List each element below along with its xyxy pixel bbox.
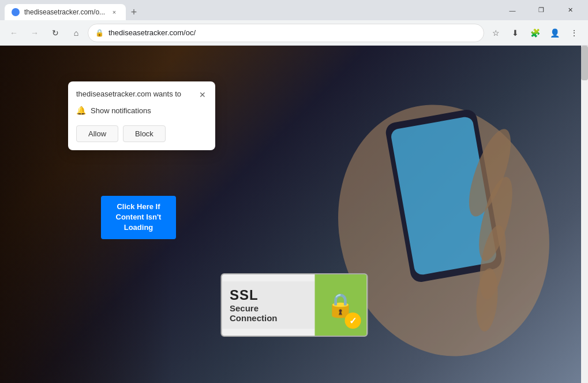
checkmark-icon: ✓: [344, 313, 361, 329]
popup-title: thediseasetracker.com wants to: [76, 90, 181, 98]
tab-favicon: [12, 8, 20, 16]
restore-button[interactable]: ❐: [528, 0, 555, 20]
home-button[interactable]: ⌂: [67, 24, 85, 42]
click-btn-line1: Click Here If: [117, 202, 160, 211]
click-btn-line3: Loading: [124, 223, 153, 232]
address-input[interactable]: [108, 28, 477, 37]
lock-icon: 🔒: [95, 29, 104, 37]
page-content: Click Here If Content Isn't Loading SSL …: [0, 46, 588, 383]
minimize-button[interactable]: —: [499, 0, 526, 20]
window-controls: — ❐ ✕: [499, 0, 583, 20]
ssl-icon-area: 🔒 ✓: [314, 274, 366, 336]
reload-button[interactable]: ↻: [46, 24, 65, 42]
bookmark-button[interactable]: ☆: [486, 24, 505, 42]
allow-button[interactable]: Allow: [76, 125, 118, 142]
new-tab-button[interactable]: +: [126, 4, 142, 20]
ssl-subtitle: Secure: [230, 303, 306, 313]
scrollbar-thumb[interactable]: [581, 46, 588, 80]
tab-title: thediseasetracker.com/o...: [24, 8, 105, 16]
tab-bar: thediseasetracker.com/o... × +: [5, 0, 491, 20]
click-here-button[interactable]: Click Here If Content Isn't Loading: [101, 196, 176, 239]
ssl-connection: Connection: [230, 313, 306, 323]
toolbar: ← → ↻ ⌂ 🔒 ☆ ⬇ 🧩 👤 ⋮: [0, 20, 588, 46]
popup-actions: Allow Block: [68, 121, 215, 150]
popup-body-text: Show notifications: [91, 106, 151, 115]
popup-close-button[interactable]: ✕: [198, 90, 207, 100]
notification-popup: thediseasetracker.com wants to ✕ 🔔 Show …: [68, 81, 215, 150]
bell-icon: 🔔: [76, 106, 86, 115]
ssl-badge: SSL Secure Connection 🔒 ✓: [220, 273, 368, 337]
extensions-button[interactable]: 🧩: [526, 24, 544, 42]
back-button[interactable]: ←: [5, 24, 23, 42]
downloads-button[interactable]: ⬇: [506, 24, 525, 42]
toolbar-actions: ☆ ⬇ 🧩 👤 ⋮: [486, 24, 583, 42]
tab-close-button[interactable]: ×: [110, 8, 119, 17]
address-bar[interactable]: 🔒: [88, 24, 484, 42]
click-btn-line2: Content Isn't: [116, 213, 162, 221]
forward-button[interactable]: →: [25, 24, 44, 42]
ssl-title: SSL: [230, 287, 306, 303]
close-button[interactable]: ✕: [557, 0, 583, 20]
title-bar: thediseasetracker.com/o... × + — ❐ ✕: [0, 0, 588, 20]
popup-header: thediseasetracker.com wants to ✕: [68, 81, 215, 103]
profile-button[interactable]: 👤: [545, 24, 564, 42]
popup-body: 🔔 Show notifications: [68, 103, 215, 121]
ssl-text: SSL Secure Connection: [222, 281, 314, 329]
block-button[interactable]: Block: [123, 125, 166, 142]
scrollbar[interactable]: [581, 46, 588, 383]
browser-window: thediseasetracker.com/o... × + — ❐ ✕ ← →…: [0, 0, 588, 383]
menu-button[interactable]: ⋮: [565, 24, 583, 42]
active-tab[interactable]: thediseasetracker.com/o... ×: [5, 4, 126, 20]
